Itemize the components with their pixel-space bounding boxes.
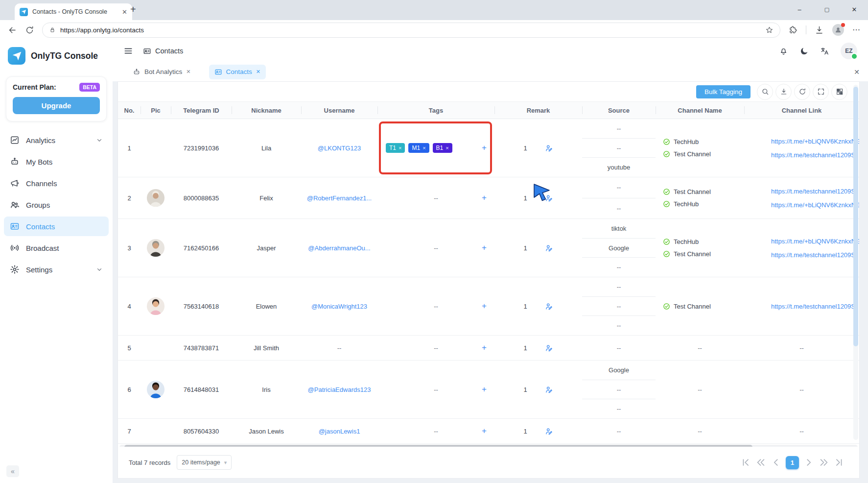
source-value: -- <box>582 316 656 335</box>
broadcast-icon <box>10 243 20 253</box>
browser-tab-title: Contacts - OnlyTG Console <box>32 8 117 15</box>
edit-remark-icon[interactable] <box>545 344 553 352</box>
cell-username: @AbderrahmaneOu... <box>301 219 377 277</box>
username-link[interactable]: @AbderrahmaneOu... <box>308 244 370 252</box>
page-fast-prev-icon[interactable] <box>755 457 766 468</box>
extensions-icon[interactable] <box>788 25 798 35</box>
url-text[interactable]: https://app.onlytg.io/contacts <box>60 26 761 34</box>
close-button[interactable]: ✕ <box>847 6 862 13</box>
page-first-icon[interactable] <box>740 457 751 468</box>
current-page[interactable]: 1 <box>786 456 799 469</box>
channel-link[interactable]: https://t.me/+bLiQNV6KznkxNGY <box>771 138 859 145</box>
add-tag-button[interactable]: + <box>482 243 487 253</box>
bulk-tagging-button[interactable]: Bulk Tagging <box>696 85 751 98</box>
downloads-icon[interactable] <box>815 25 824 35</box>
check-circle-icon <box>663 238 670 245</box>
sidebar-item-my-bots[interactable]: My Bots <box>4 152 109 171</box>
tag-pill[interactable]: T1× <box>386 143 405 153</box>
reload-icon[interactable] <box>25 25 34 35</box>
cell-channel-link: -- <box>744 336 859 360</box>
tab-close-icon[interactable]: ✕ <box>186 69 190 74</box>
tab-bot-analytics[interactable]: Bot Analytics✕ <box>127 65 196 79</box>
username-link[interactable]: @RobertFernandez1... <box>307 194 372 202</box>
cell-channel-link: -- <box>744 419 859 443</box>
tab-close-icon[interactable]: ✕ <box>256 69 260 74</box>
cell-channel-name: TechHubTest Channel <box>656 219 751 277</box>
back-icon[interactable] <box>8 25 17 35</box>
plan-label: Current Plan: <box>13 83 56 91</box>
cell-remark: 1 <box>494 336 582 360</box>
tabbar-close-icon[interactable]: ✕ <box>854 68 860 76</box>
maximize-button[interactable]: ▢ <box>820 6 834 13</box>
add-tag-button[interactable]: + <box>482 343 487 353</box>
page-next-icon[interactable] <box>803 457 814 468</box>
menu-icon[interactable] <box>123 46 133 56</box>
tab-contacts[interactable]: Contacts✕ <box>209 65 266 79</box>
sidebar-item-analytics[interactable]: Analytics <box>4 130 109 150</box>
download-button[interactable] <box>775 84 792 100</box>
cell-telegram-id: 7563140618 <box>171 277 232 335</box>
search-button[interactable] <box>757 84 773 100</box>
sidebar-item-broadcast[interactable]: Broadcast <box>4 238 109 258</box>
edit-remark-icon[interactable] <box>545 427 553 435</box>
table-body: 17231991036Lila@LKONTG123T1×M1×B1×+1----… <box>118 119 859 444</box>
channel-link[interactable]: https://t.me/testchannel1209S <box>771 303 855 310</box>
edit-remark-icon[interactable] <box>545 302 553 311</box>
page-fast-next-icon[interactable] <box>819 457 829 468</box>
cell-pic <box>141 219 171 277</box>
moon-icon[interactable] <box>799 47 809 56</box>
username-link[interactable]: @MonicaWright123 <box>311 303 367 310</box>
edit-remark-icon[interactable] <box>545 244 553 252</box>
cell-no: 5 <box>118 336 141 360</box>
browser-tab[interactable]: Contacts - OnlyTG Console ✕ <box>15 3 132 20</box>
translate-icon[interactable] <box>820 47 829 56</box>
tag-pill[interactable]: M1× <box>408 143 429 153</box>
tag-remove-icon[interactable]: × <box>446 145 448 151</box>
browser-menu-icon[interactable]: ⋯ <box>852 26 860 34</box>
empty-value: -- <box>337 344 342 352</box>
add-tag-button[interactable]: + <box>482 385 487 394</box>
page-last-icon[interactable] <box>834 457 845 468</box>
edit-remark-icon[interactable] <box>545 144 553 152</box>
sidebar-item-groups[interactable]: Groups <box>4 195 109 215</box>
grid-button[interactable] <box>831 84 847 100</box>
user-avatar[interactable]: EZ <box>841 43 857 59</box>
add-tag-button[interactable]: + <box>482 193 487 203</box>
tag-pill[interactable]: B1× <box>433 143 452 153</box>
username-link[interactable]: @PatriciaEdwards123 <box>308 386 371 393</box>
vertical-scrollbar[interactable] <box>853 85 858 440</box>
empty-value: -- <box>698 344 702 352</box>
new-tab-button[interactable]: + <box>130 4 136 15</box>
upgrade-button[interactable]: Upgrade <box>13 97 100 114</box>
channel-link[interactable]: https://t.me/+bLiQNV6KznkxNGY <box>771 201 859 209</box>
sidebar-item-contacts[interactable]: Contacts <box>4 217 109 236</box>
add-tag-button[interactable]: + <box>482 426 487 436</box>
sidebar-collapse-button[interactable]: « <box>6 465 19 477</box>
vscroll-thumb[interactable] <box>853 87 858 346</box>
browser-profile-avatar[interactable] <box>832 24 844 36</box>
address-bar[interactable]: https://app.onlytg.io/contacts <box>42 23 780 38</box>
tag-remove-icon[interactable]: × <box>422 145 425 151</box>
expand-button[interactable] <box>813 84 829 100</box>
username-link[interactable]: @jasonLewis1 <box>319 428 360 435</box>
sidebar-item-settings[interactable]: Settings <box>4 260 109 279</box>
bookmark-star-icon[interactable] <box>765 26 774 34</box>
channel-link[interactable]: https://t.me/+bLiQNV6KznkxNGY <box>771 238 859 245</box>
bell-icon[interactable] <box>779 47 788 56</box>
refresh-button[interactable] <box>794 84 810 100</box>
username-link[interactable]: @LKONTG123 <box>318 145 361 152</box>
minimize-button[interactable]: – <box>792 6 807 13</box>
page-prev-icon[interactable] <box>771 457 781 468</box>
channel-link[interactable]: https://t.me/testchannel1209S <box>771 151 855 159</box>
tag-remove-icon[interactable]: × <box>399 145 401 151</box>
sidebar-item-channels[interactable]: Channels <box>4 173 109 193</box>
add-tag-button[interactable]: + <box>482 301 487 311</box>
app-logo[interactable]: OnlyTG Console <box>0 40 113 69</box>
channel-link[interactable]: https://t.me/testchannel1209S <box>771 251 855 259</box>
add-tag-button[interactable]: + <box>482 143 487 153</box>
tab-label: Contacts <box>226 68 252 75</box>
edit-remark-icon[interactable] <box>545 386 553 394</box>
channel-link[interactable]: https://t.me/testchannel1209S <box>771 188 855 195</box>
page-size-select[interactable]: 20 items/page ▾ <box>177 455 232 470</box>
tab-close-icon[interactable]: ✕ <box>122 9 127 15</box>
